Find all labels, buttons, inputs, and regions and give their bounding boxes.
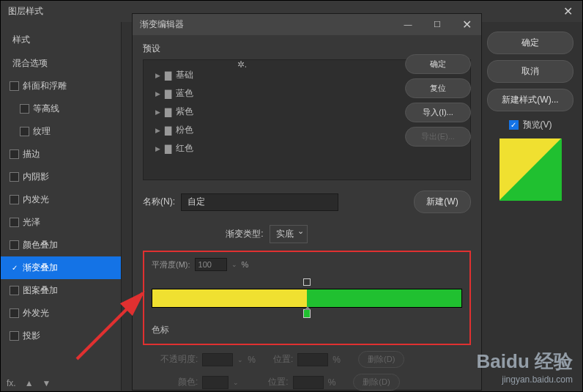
chevron-right-icon: ▶: [155, 108, 160, 116]
effect-item[interactable]: 光泽: [1, 211, 121, 234]
effect-label: 纹理: [33, 125, 51, 138]
effect-item[interactable]: 纹理: [1, 120, 121, 143]
type-label: 渐变类型:: [226, 228, 263, 240]
position-label-2: 位置:: [268, 376, 288, 388]
down-arrow-icon[interactable]: ▼: [42, 378, 51, 388]
effect-item[interactable]: 颜色叠加: [1, 234, 121, 256]
name-label: 名称(N):: [143, 196, 175, 208]
opacity-percent: %: [248, 355, 256, 365]
effect-item[interactable]: 斜面和浮雕: [1, 75, 121, 97]
new-gradient-button[interactable]: 新建(W): [414, 191, 471, 213]
gradient-editor-title: 渐变编辑器: [140, 19, 184, 29]
up-arrow-icon[interactable]: ▲: [25, 378, 34, 388]
smoothness-input[interactable]: [195, 258, 227, 271]
smoothness-stepper-icon[interactable]: ⌄: [231, 261, 237, 268]
stepper-icon[interactable]: ⌄: [237, 356, 243, 363]
gear-icon[interactable]: ✲.: [237, 59, 247, 70]
ge-ok-button[interactable]: 确定: [405, 54, 471, 74]
gradient-name-input[interactable]: [181, 193, 338, 211]
color-stop[interactable]: [303, 309, 311, 318]
effect-label: 斜面和浮雕: [23, 80, 67, 92]
effect-item[interactable]: 外发光: [1, 302, 121, 325]
close-icon[interactable]: ✕: [553, 1, 582, 21]
folder-icon: ▇: [165, 144, 171, 154]
opacity-stop[interactable]: [303, 278, 311, 286]
effect-item[interactable]: 描边: [1, 143, 121, 166]
chevron-right-icon: ▶: [155, 72, 160, 79]
effect-checkbox[interactable]: [20, 104, 29, 114]
color-swatch-button[interactable]: [202, 376, 229, 389]
preview-checkbox-row[interactable]: 预览(V): [487, 119, 573, 131]
effect-label: 颜色叠加: [23, 239, 58, 251]
effects-sidebar: 样式 混合选项 斜面和浮雕等高线纹理描边内阴影内发光光泽颜色叠加渐变叠加图案叠加…: [1, 22, 122, 391]
chevron-right-icon: ▶: [155, 90, 160, 97]
effect-checkbox[interactable]: [10, 81, 19, 91]
gradient-editor-body: 预设 ✲. ▶▇基础▶▇蓝色▶▇紫色▶▇粉色▶▇红色 确定 复位 导入(I)..…: [133, 35, 481, 392]
gradient-editor-titlebar: 渐变编辑器 — ☐ ✕: [133, 14, 481, 35]
effect-checkbox[interactable]: [10, 331, 19, 341]
stops-label: 色标: [152, 324, 462, 336]
delete-opacity-stop-button[interactable]: 删除(D): [358, 351, 404, 368]
effect-checkbox[interactable]: [10, 195, 19, 204]
name-row: 名称(N): 新建(W): [143, 191, 471, 213]
gradient-bar-wrap: [152, 278, 462, 321]
opacity-field[interactable]: [202, 353, 233, 366]
ge-buttons: 确定 复位 导入(I)... 导出(E)...: [405, 54, 471, 151]
position-label-1: 位置:: [273, 353, 293, 366]
effect-label: 描边: [23, 148, 40, 160]
effect-label: 内发光: [23, 193, 49, 206]
blend-options-item[interactable]: 混合选项: [1, 52, 121, 75]
folder-icon: ▇: [165, 89, 171, 99]
effect-label: 图案叠加: [23, 284, 58, 297]
color-stop-row: 颜色: ⌄ 位置: % 删除(D): [143, 374, 471, 391]
stepper-icon-2[interactable]: ⌄: [233, 379, 239, 386]
effect-checkbox[interactable]: [10, 240, 19, 250]
ge-close-icon[interactable]: ✕: [452, 14, 481, 34]
gradient-type-select[interactable]: 实底: [270, 225, 308, 243]
sidebar-footer: fx. ▲ ▼: [7, 378, 51, 388]
folder-label: 粉色: [176, 124, 193, 136]
position-percent-1: %: [333, 355, 341, 365]
folder-icon: ▇: [165, 70, 171, 81]
export-button[interactable]: 导出(E)...: [405, 127, 471, 147]
effect-checkbox[interactable]: [10, 263, 19, 273]
effect-item[interactable]: 图案叠加: [1, 279, 121, 302]
effect-checkbox[interactable]: [10, 308, 19, 318]
effect-checkbox[interactable]: [10, 172, 19, 182]
chevron-right-icon: ▶: [155, 127, 160, 134]
folder-icon: ▇: [165, 107, 171, 117]
color-position-field[interactable]: [293, 376, 324, 389]
effect-item[interactable]: 等高线: [1, 97, 121, 120]
preview-swatch: [500, 138, 562, 201]
type-row: 渐变类型: 实底: [143, 225, 390, 243]
minimize-icon[interactable]: —: [393, 14, 423, 34]
import-button[interactable]: 导入(I)...: [405, 103, 471, 122]
preview-label: 预览(V): [523, 119, 552, 131]
effect-label: 投影: [23, 330, 40, 342]
ok-button[interactable]: 确定: [487, 32, 573, 54]
effect-checkbox[interactable]: [10, 218, 19, 227]
gradient-editor-window: 渐变编辑器 — ☐ ✕ 预设 ✲. ▶▇基础▶▇蓝色▶▇紫色▶▇粉色▶▇红色 确…: [132, 13, 482, 391]
folder-label: 蓝色: [176, 87, 193, 100]
styles-header[interactable]: 样式: [1, 28, 121, 52]
smoothness-row: 平滑度(M): ⌄ %: [152, 258, 462, 271]
effect-checkbox[interactable]: [10, 149, 19, 159]
new-style-button[interactable]: 新建样式(W)...: [487, 89, 573, 111]
opacity-stop-row: 不透明度: ⌄ % 位置: % 删除(D): [143, 351, 471, 368]
reset-button[interactable]: 复位: [405, 78, 471, 98]
maximize-icon[interactable]: ☐: [423, 14, 452, 34]
effect-item[interactable]: 内发光: [1, 188, 121, 211]
effect-item[interactable]: 投影: [1, 325, 121, 347]
ge-window-controls: — ☐ ✕: [393, 14, 481, 34]
position-percent-2: %: [328, 377, 336, 388]
effect-item[interactable]: 内阴影: [1, 166, 121, 188]
effect-checkbox[interactable]: [10, 286, 19, 295]
effect-checkbox[interactable]: [20, 127, 29, 136]
opacity-position-field[interactable]: [297, 353, 328, 366]
effect-item[interactable]: 渐变叠加: [1, 256, 121, 279]
preview-checkbox[interactable]: [509, 120, 519, 130]
cancel-button[interactable]: 取消: [487, 60, 573, 83]
gradient-bar[interactable]: [152, 289, 462, 308]
fx-icon[interactable]: fx.: [7, 378, 16, 388]
delete-color-stop-button[interactable]: 删除(D): [353, 374, 399, 391]
